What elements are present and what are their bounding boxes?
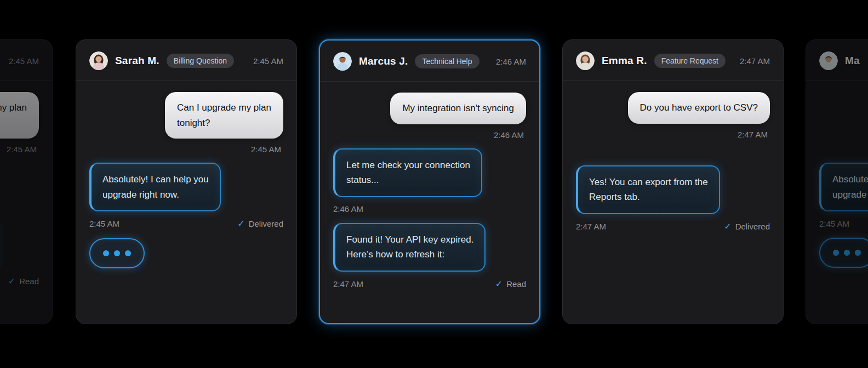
customer-avatar bbox=[333, 52, 352, 71]
customer-message-bubble: Do you have export to CSV? bbox=[628, 92, 770, 124]
delivery-status: ✓Delivered bbox=[237, 219, 283, 229]
agent-message-bubble: Yes! You can export from the Reports tab… bbox=[576, 165, 720, 214]
message-time: 2:46 AM bbox=[494, 130, 524, 140]
message-time: 2:47 AM bbox=[738, 130, 768, 139]
typing-dot bbox=[855, 250, 861, 256]
message-time: 2:45 AM bbox=[251, 145, 281, 154]
delivery-status-label: Delivered bbox=[735, 222, 770, 231]
delivery-status-label: Read bbox=[19, 277, 39, 286]
check-icon: ✓ bbox=[8, 276, 15, 286]
conversation-time: 2:47 AM bbox=[735, 56, 770, 66]
conversation-time: 2:46 AM bbox=[492, 57, 526, 66]
conversation-time: 2:45 AM bbox=[249, 56, 283, 66]
message-time: 2:46 AM bbox=[333, 204, 363, 214]
message-status-row: 2:45 AM✓Delivered bbox=[89, 219, 283, 229]
check-icon: ✓ bbox=[724, 221, 731, 232]
chat-card-header: Sarah M. Billing Question 2:45 AM bbox=[76, 40, 296, 81]
message-status-row: 2:46 AM bbox=[333, 204, 526, 214]
chat-card[interactable]: Marcus J. Technical Help 2:46 AM My inte… bbox=[319, 39, 540, 324]
message-status-row: 2:47 AM✓Delivered bbox=[576, 221, 770, 232]
conversation-time: 2:45 AM bbox=[4, 56, 39, 66]
message-time: 2:47 AM bbox=[576, 222, 606, 231]
customer-avatar bbox=[576, 51, 595, 70]
message-time: 2:45 AM bbox=[89, 219, 119, 228]
customer-name: Ma bbox=[845, 55, 860, 67]
chat-card-header: 2:45 AM bbox=[0, 40, 52, 81]
chat-card[interactable]: 2:45 AM Can I upgrade my plan tonight?2:… bbox=[0, 39, 53, 324]
customer-name: Marcus J. bbox=[359, 55, 408, 67]
customer-message-bubble: Can I upgrade my plan tonight? bbox=[0, 92, 39, 139]
message-list: Can I upgrade my plan tonight?2:45 AMAbs… bbox=[806, 81, 868, 324]
message-list: Can I upgrade my plan tonight?2:45 AMLet… bbox=[0, 81, 52, 324]
customer-avatar bbox=[819, 51, 838, 70]
message-status-row: 2:45 AM bbox=[819, 219, 868, 228]
delivery-status-label: Read bbox=[506, 279, 526, 289]
chat-card[interactable]: Sarah M. Billing Question 2:45 AM Can I … bbox=[76, 39, 297, 324]
message-status-row: 2:47 AM✓Read bbox=[333, 279, 526, 289]
check-icon: ✓ bbox=[237, 219, 244, 229]
message-time: 2:47 AM bbox=[333, 279, 363, 289]
typing-indicator bbox=[819, 238, 868, 268]
customer-avatar bbox=[89, 51, 108, 70]
delivery-status: ✓Read bbox=[495, 279, 526, 289]
chat-carousel: 2:45 AM Can I upgrade my plan tonight?2:… bbox=[0, 0, 868, 368]
customer-name: Sarah M. bbox=[115, 55, 159, 67]
customer-name: Emma R. bbox=[602, 55, 647, 67]
check-icon: ✓ bbox=[495, 279, 502, 289]
message-status-row: ✓Read bbox=[0, 276, 39, 286]
chat-card-header: Ma bbox=[806, 40, 868, 81]
customer-message-bubble: My integration isn't syncing bbox=[390, 93, 526, 124]
agent-message-bubble: Absolutely! I can help you upgrade right… bbox=[89, 163, 221, 211]
message-list: Do you have export to CSV?2:47 AMYes! Yo… bbox=[563, 81, 783, 324]
agent-message-bubble: Found it! Your API key expired. Here’s h… bbox=[333, 223, 486, 272]
typing-dot bbox=[844, 250, 850, 256]
topic-badge: Technical Help bbox=[415, 54, 479, 68]
message-list: Can I upgrade my plan tonight?2:45 AMAbs… bbox=[76, 81, 296, 324]
agent-message-bubble: Let me check your connection status... bbox=[333, 148, 482, 197]
chat-card[interactable]: Ma Can I upgrade my plan tonight?2:45 AM… bbox=[806, 39, 868, 324]
chat-card-header: Marcus J. Technical Help 2:46 AM bbox=[320, 41, 539, 82]
typing-dot bbox=[125, 250, 131, 256]
message-list: My integration isn't syncing2:46 AMLet m… bbox=[320, 82, 539, 323]
agent-message-bubble: Absolutely! I can help you upgrade right… bbox=[819, 163, 868, 211]
delivery-status-label: Delivered bbox=[249, 219, 283, 228]
typing-dot bbox=[114, 250, 120, 256]
delivery-status: ✓Delivered bbox=[724, 221, 770, 232]
topic-badge: Billing Question bbox=[167, 54, 234, 68]
chat-card[interactable]: Emma R. Feature Request 2:47 AM Do you h… bbox=[562, 39, 784, 324]
chat-card-header: Emma R. Feature Request 2:47 AM bbox=[563, 40, 783, 81]
message-time: 2:45 AM bbox=[819, 219, 849, 228]
typing-dot bbox=[103, 250, 109, 256]
delivery-status: ✓Read bbox=[8, 276, 39, 286]
topic-badge: Feature Request bbox=[654, 54, 726, 68]
customer-message-bubble: Can I upgrade my plan tonight? bbox=[165, 92, 283, 139]
typing-indicator bbox=[89, 238, 145, 268]
typing-dot bbox=[833, 250, 839, 256]
message-time: 2:45 AM bbox=[7, 145, 37, 154]
